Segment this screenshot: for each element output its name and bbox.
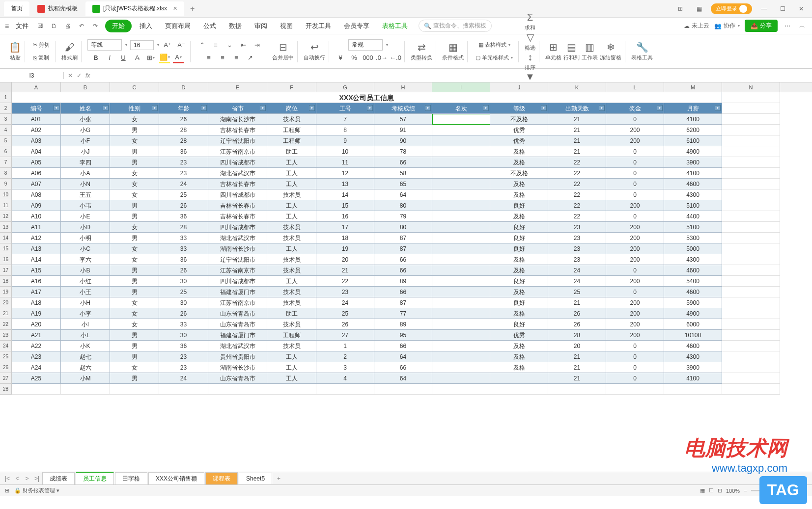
cell[interactable] [722,222,780,233]
data-cell[interactable]: 女 [110,319,159,330]
undo-icon[interactable]: ↶ [77,21,86,31]
data-cell[interactable]: 男 [110,146,159,157]
row-header[interactable]: 12 [0,211,12,222]
share-button[interactable]: 📤分享 [745,20,778,32]
data-cell[interactable]: 4600 [664,265,722,276]
data-cell[interactable] [432,362,490,373]
row-header[interactable]: 6 [0,146,12,157]
data-cell[interactable]: 男 [110,200,159,211]
data-cell[interactable]: 工人 [267,179,316,189]
data-cell[interactable]: 湖南省长沙市 [208,243,267,254]
zoom-out-button[interactable]: − [744,488,747,494]
data-cell[interactable]: 4600 [664,287,722,297]
cell[interactable] [722,319,780,330]
sheet-nav-last[interactable]: >| [32,475,41,482]
data-cell[interactable]: 4600 [664,179,722,189]
filter-dropdown[interactable]: ▾ [599,105,605,111]
data-cell[interactable]: A24 [12,362,61,373]
add-sheet-button[interactable]: + [272,475,285,482]
data-cell[interactable]: 小M [61,373,110,384]
col-header[interactable]: G [316,82,374,92]
data-cell[interactable]: 17 [316,222,374,233]
cell[interactable] [722,362,780,373]
data-cell[interactable]: 200 [606,276,664,287]
data-cell[interactable]: 21 [548,135,606,146]
data-cell[interactable]: 不及格 [490,114,548,125]
data-cell[interactable]: 小H [61,297,110,308]
data-cell[interactable]: 不及格 [490,168,548,179]
data-cell[interactable]: 6200 [664,125,722,135]
data-cell[interactable]: A23 [12,351,61,362]
data-cell[interactable]: A11 [12,222,61,233]
data-cell[interactable]: 四川省成都市 [208,189,267,200]
data-cell[interactable]: A03 [12,135,61,146]
data-cell[interactable]: 及格 [490,254,548,265]
inc-decimal-button[interactable]: .0→ [376,53,387,63]
data-cell[interactable]: 5400 [664,276,722,287]
cell[interactable] [722,297,780,308]
row-header[interactable]: 22 [0,319,12,330]
data-cell[interactable]: 小A [61,168,110,179]
data-cell[interactable]: A12 [12,233,61,243]
cell[interactable] [722,92,780,103]
data-cell[interactable]: 200 [606,308,664,319]
menu-tab-tabletools[interactable]: 表格工具 [377,19,413,33]
data-cell[interactable]: A18 [12,297,61,308]
data-cell[interactable]: 66 [374,362,432,373]
row-header[interactable]: 17 [0,265,12,276]
data-cell[interactable] [432,168,490,179]
cell[interactable] [722,179,780,189]
sheet-tab[interactable]: 成绩表 [42,472,75,485]
strike-button[interactable]: A̶ [132,53,142,63]
table-header[interactable]: 性别▾ [110,103,159,114]
data-cell[interactable]: 200 [606,254,664,265]
table-header[interactable]: 省市▾ [208,103,267,114]
data-cell[interactable]: 65 [374,179,432,189]
border-button[interactable]: ⊞▾ [145,53,156,63]
print-preview-icon[interactable]: 🗋 [49,21,59,31]
row-header[interactable]: 3 [0,114,12,125]
data-cell[interactable] [432,233,490,243]
data-cell[interactable]: 28 [159,125,208,135]
data-cell[interactable]: 22 [548,168,606,179]
sheet-tab[interactable]: Sheet5 [239,473,272,484]
data-cell[interactable]: 技术员 [267,189,316,200]
data-cell[interactable]: 2 [316,351,374,362]
table-header[interactable]: 编号▾ [12,103,61,114]
data-cell[interactable]: 22 [316,276,374,287]
table-header[interactable]: 月薪▾ [664,103,722,114]
row-header[interactable]: 26 [0,362,12,373]
data-cell[interactable]: 80 [374,222,432,233]
data-cell[interactable]: 33 [159,233,208,243]
filter-dropdown[interactable]: ▾ [309,105,315,111]
sheet-nav-first[interactable]: |< [3,475,12,482]
data-cell[interactable]: 77 [374,308,432,319]
data-cell[interactable]: 男 [110,233,159,243]
data-cell[interactable]: 及格 [490,308,548,319]
data-cell[interactable]: 技术员 [267,265,316,276]
cell[interactable] [110,384,159,395]
data-cell[interactable] [432,157,490,168]
data-cell[interactable]: 10100 [664,330,722,341]
cell[interactable] [722,243,780,254]
data-cell[interactable]: A22 [12,341,61,351]
close-button[interactable]: ✕ [794,2,808,16]
data-cell[interactable]: 男 [110,351,159,362]
data-cell[interactable]: 30 [159,276,208,287]
data-cell[interactable]: 3900 [664,362,722,373]
cell[interactable] [267,384,316,395]
font-color-button[interactable]: A▾ [173,53,184,63]
more-icon[interactable]: ⋯ [783,21,792,31]
row-header[interactable]: 15 [0,243,12,254]
paste-button[interactable]: 📋粘贴 [9,41,21,61]
italic-button[interactable]: I [104,53,115,63]
data-cell[interactable]: 4400 [664,211,722,222]
data-cell[interactable]: 0 [606,157,664,168]
col-header[interactable]: N [722,82,780,92]
data-cell[interactable]: 男 [110,157,159,168]
data-cell[interactable]: 山东省青岛市 [208,308,267,319]
data-cell[interactable]: 小E [61,211,110,222]
data-cell[interactable]: 良好 [490,319,548,330]
data-cell[interactable]: 工人 [267,211,316,222]
cond-format-button[interactable]: ▦条件格式 [442,41,464,61]
